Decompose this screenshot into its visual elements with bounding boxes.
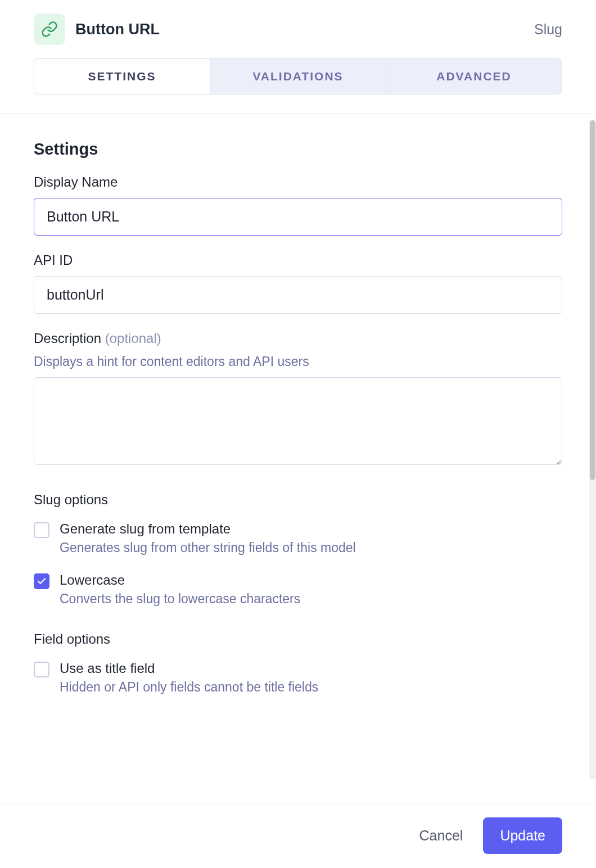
cancel-button[interactable]: Cancel bbox=[419, 828, 463, 844]
generate-slug-label: Generate slug from template bbox=[60, 521, 562, 537]
api-id-label: API ID bbox=[34, 252, 562, 268]
header-left: Button URL bbox=[34, 13, 160, 45]
description-label-text: Description bbox=[34, 331, 101, 346]
section-title: Settings bbox=[34, 140, 562, 159]
tabs-bar: SETTINGS VALIDATIONS ADVANCED bbox=[34, 58, 562, 94]
title-field-desc: Hidden or API only fields cannot be titl… bbox=[60, 680, 562, 695]
field-type-label: Slug bbox=[534, 21, 562, 38]
generate-slug-text: Generate slug from template Generates sl… bbox=[60, 521, 562, 555]
field-title: Button URL bbox=[75, 21, 160, 38]
content-scroll-area[interactable]: Settings Display Name API ID Description… bbox=[0, 114, 596, 773]
generate-slug-desc: Generates slug from other string fields … bbox=[60, 540, 562, 555]
description-hint: Displays a hint for content editors and … bbox=[34, 354, 562, 369]
scrollbar-thumb[interactable] bbox=[590, 120, 595, 480]
option-title-field: Use as title field Hidden or API only fi… bbox=[34, 661, 562, 695]
field-options-title: Field options bbox=[34, 631, 562, 647]
option-generate-slug: Generate slug from template Generates sl… bbox=[34, 521, 562, 555]
field-api-id: API ID bbox=[34, 252, 562, 314]
generate-slug-checkbox[interactable] bbox=[34, 522, 49, 538]
display-name-label: Display Name bbox=[34, 174, 562, 190]
description-label: Description (optional) bbox=[34, 331, 562, 346]
description-input[interactable] bbox=[34, 377, 562, 465]
title-field-checkbox[interactable] bbox=[34, 662, 49, 677]
link-icon bbox=[41, 21, 58, 38]
display-name-input[interactable] bbox=[34, 198, 562, 236]
modal-footer: Cancel Update bbox=[0, 803, 596, 868]
tab-advanced[interactable]: ADVANCED bbox=[386, 59, 562, 94]
lowercase-desc: Converts the slug to lowercase character… bbox=[60, 591, 562, 607]
update-button[interactable]: Update bbox=[483, 817, 562, 854]
description-optional: (optional) bbox=[105, 331, 161, 346]
title-field-label: Use as title field bbox=[60, 661, 562, 676]
api-id-input[interactable] bbox=[34, 276, 562, 314]
option-lowercase: Lowercase Converts the slug to lowercase… bbox=[34, 572, 562, 607]
slug-options-title: Slug options bbox=[34, 492, 562, 508]
tab-settings[interactable]: SETTINGS bbox=[34, 59, 210, 94]
field-description: Description (optional) Displays a hint f… bbox=[34, 331, 562, 467]
modal-header: Button URL Slug bbox=[0, 0, 596, 54]
lowercase-checkbox[interactable] bbox=[34, 573, 49, 589]
title-field-text: Use as title field Hidden or API only fi… bbox=[60, 661, 562, 695]
lowercase-label: Lowercase bbox=[60, 572, 562, 588]
field-display-name: Display Name bbox=[34, 174, 562, 236]
tab-validations[interactable]: VALIDATIONS bbox=[210, 59, 386, 94]
scrollbar-track bbox=[589, 120, 596, 779]
field-type-icon-box bbox=[34, 13, 65, 45]
lowercase-text: Lowercase Converts the slug to lowercase… bbox=[60, 572, 562, 607]
